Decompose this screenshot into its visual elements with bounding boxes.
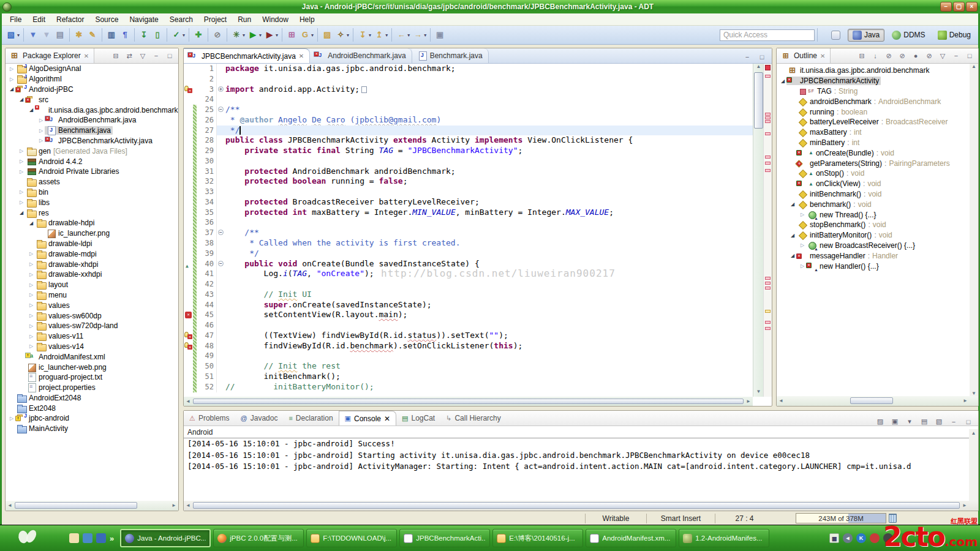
code-text[interactable]: */ (225, 126, 753, 136)
code-line[interactable]: 43 // Init UI (184, 290, 753, 300)
sort-icon[interactable]: ↓ (870, 52, 880, 59)
line-marker-column[interactable] (184, 300, 193, 310)
line-number[interactable]: 32 (197, 176, 216, 187)
code-text[interactable]: * @author Angelo De Caro (jpbclib@gmail.… (225, 115, 753, 126)
fold-column[interactable] (216, 197, 225, 208)
line-marker-column[interactable] (184, 372, 193, 382)
tree-item[interactable]: ▷new Thread() {...} (777, 209, 970, 220)
print-button[interactable]: ▤ (53, 28, 67, 42)
dropdown-arrow-icon[interactable]: ▾ (17, 32, 20, 38)
package-explorer-hscrollbar[interactable]: ◄ ► (6, 501, 178, 511)
code-line[interactable]: 37− /** (184, 228, 753, 238)
line-marker-column[interactable] (184, 249, 193, 259)
tree-item[interactable]: running : boolean (777, 107, 970, 117)
tree-item[interactable]: minBattery : int (777, 138, 970, 148)
tree-item[interactable]: ◢drawable-hdpi (6, 218, 178, 228)
code-line[interactable]: 41 Log.i(TAG, "onCreate"); (184, 269, 753, 279)
collapsed-arrow-icon[interactable]: ▷ (799, 263, 806, 269)
console-vscrollbar[interactable]: ▲ (969, 429, 978, 511)
fold-column[interactable] (216, 382, 225, 392)
tree-item[interactable]: ▷Benchmark.java (6, 126, 178, 136)
show-view-button[interactable]: ▥ (105, 28, 118, 42)
console-view-tab[interactable]: @Javadoc (235, 411, 284, 425)
fold-column[interactable] (216, 331, 225, 341)
hide-static-members-icon[interactable]: ⊘ (897, 52, 907, 60)
java-editor-button[interactable]: ✎ (86, 28, 99, 42)
code-line[interactable]: ✕45 setContentView(R.layout.main); (184, 310, 753, 320)
save-all-button[interactable]: ▼ (40, 28, 53, 42)
code-text[interactable]: package it.unisa.dia.gas.jpbc.android.be… (225, 64, 753, 74)
line-number[interactable]: 27 (197, 126, 216, 136)
tree-item[interactable]: stopBenchmark() : void (777, 220, 970, 230)
quick-access-input[interactable] (720, 29, 815, 41)
fold-column[interactable] (216, 156, 225, 167)
line-number[interactable]: 36 (197, 217, 216, 228)
code-text[interactable]: * Called when the activity is first crea… (225, 238, 753, 249)
code-line[interactable]: 36 (184, 217, 753, 228)
line-number[interactable]: 40 (197, 259, 216, 269)
line-number[interactable]: 34 (197, 197, 216, 208)
tree-item[interactable]: getParameters(String) : PairingParameter… (777, 158, 970, 168)
line-number[interactable]: 35 (197, 208, 216, 218)
minimize-icon[interactable]: − (951, 52, 961, 59)
line-marker-column[interactable] (184, 351, 193, 361)
tree-item[interactable]: ▲onCreate(Bundle) : void (777, 148, 970, 158)
code-text[interactable]: /** (225, 105, 753, 115)
line-number[interactable]: 26 (197, 115, 216, 126)
collapse-all-icon[interactable]: ⊟ (857, 52, 867, 60)
code-line[interactable]: 49 (184, 351, 753, 361)
code-line[interactable]: 51 initBenchmark(); (184, 372, 753, 382)
line-number[interactable]: 28 (197, 135, 216, 146)
collapsed-arrow-icon[interactable]: ▷ (799, 242, 806, 248)
fold-column[interactable]: − (216, 259, 225, 269)
line-number[interactable]: 46 (197, 320, 216, 331)
code-line[interactable]: 27 */ (184, 126, 753, 136)
menu-help[interactable]: Help (294, 14, 320, 25)
fold-column[interactable] (216, 217, 225, 228)
line-number[interactable]: 2 (197, 74, 216, 84)
tree-item[interactable]: project.properties (6, 383, 178, 393)
line-number[interactable]: 25 (197, 105, 216, 115)
line-marker-column[interactable] (184, 217, 193, 228)
fold-collapse-icon[interactable]: − (218, 261, 224, 266)
line-number[interactable]: 24 (197, 94, 216, 105)
collapsed-arrow-icon[interactable]: ▷ (18, 200, 25, 205)
android-sdk-manager-button[interactable]: ↧ (137, 28, 151, 42)
tree-item[interactable]: ▷layout (6, 280, 178, 290)
collapsed-arrow-icon[interactable]: ▷ (18, 148, 25, 154)
tree-item[interactable]: androidBenchmark : AndroidBenchmark (777, 96, 970, 107)
tree-item[interactable]: drawable-ldpi (6, 239, 178, 249)
collapsed-arrow-icon[interactable]: ▷ (28, 343, 35, 349)
taskbar-window-button[interactable]: JPBCBenchmarkActi... (399, 529, 490, 547)
line-number[interactable]: 50 (197, 361, 216, 372)
tree-item[interactable]: ▷values-sw720dp-land (6, 321, 178, 331)
hide-non-public-icon[interactable]: ● (911, 52, 921, 59)
line-marker-column[interactable] (184, 135, 193, 146)
collapsed-arrow-icon[interactable]: ▷ (8, 416, 15, 421)
line-number[interactable]: 39 (197, 249, 216, 259)
dropdown-arrow-icon[interactable]: ▾ (276, 32, 278, 38)
error-mark-icon[interactable] (765, 287, 771, 290)
tree-item[interactable]: ▷Android 4.4.2 (6, 156, 178, 167)
menu-refactor[interactable]: Refactor (51, 14, 89, 25)
perspective-ddms[interactable]: DDMS (887, 29, 930, 42)
tree-item[interactable]: ▷Jjpbc-android (6, 413, 178, 424)
error-mark-icon[interactable] (765, 282, 771, 285)
code-line[interactable]: 38 * Called when the activity is first c… (184, 238, 753, 249)
line-marker-column[interactable]: ✕ (184, 331, 193, 341)
line-marker-column[interactable] (184, 156, 193, 167)
collapsed-arrow-icon[interactable]: ▷ (18, 169, 25, 174)
code-text[interactable]: // Init UI (225, 290, 753, 300)
tree-item[interactable]: ▲onClick(View) : void (777, 179, 970, 189)
maximize-icon[interactable]: □ (965, 52, 974, 59)
line-marker-column[interactable]: ✕ (184, 310, 193, 320)
android-device-manager-button[interactable]: ▯ (151, 28, 164, 42)
line-marker-column[interactable] (184, 238, 193, 249)
pin-console-icon[interactable]: ▾ (905, 418, 914, 425)
error-mark-icon[interactable] (765, 162, 771, 165)
collapsed-arrow-icon[interactable]: ▷ (18, 159, 25, 164)
profile-button[interactable]: ▶▾ (263, 28, 279, 42)
line-marker-column[interactable]: ✕ (184, 84, 193, 95)
fold-column[interactable] (216, 361, 225, 372)
tree-item[interactable]: SFTAG : String (777, 86, 970, 97)
